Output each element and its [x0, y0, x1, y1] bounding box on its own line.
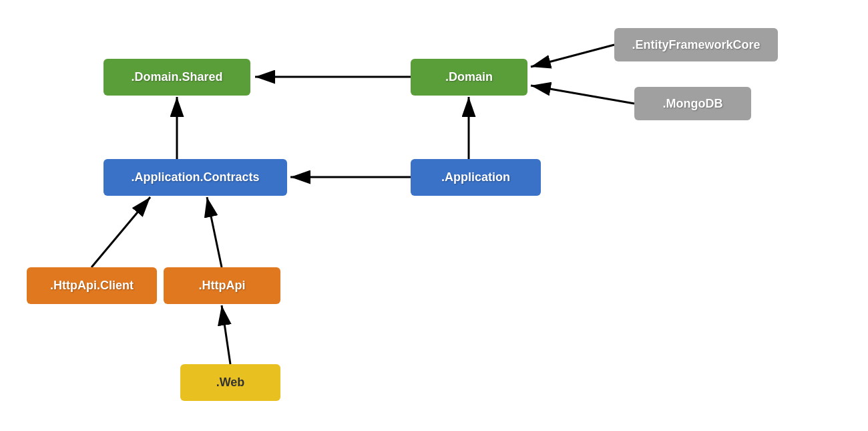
- svg-line-10: [222, 305, 230, 364]
- svg-line-8: [91, 197, 150, 267]
- node-entity-framework-core: .EntityFrameworkCore: [614, 28, 778, 61]
- node-httpapi: .HttpApi: [164, 267, 280, 304]
- svg-line-4: [531, 86, 634, 104]
- svg-line-9: [207, 197, 222, 267]
- node-httpapi-client: .HttpApi.Client: [27, 267, 157, 304]
- node-domain: .Domain: [411, 59, 527, 96]
- node-application: .Application: [411, 159, 541, 196]
- diagram-container: .Domain.Shared .Domain .EntityFrameworkC…: [0, 0, 868, 431]
- node-mongodb: .MongoDB: [634, 87, 751, 120]
- node-application-contracts: .Application.Contracts: [103, 159, 287, 196]
- node-web: .Web: [180, 364, 280, 401]
- svg-line-3: [531, 45, 614, 67]
- node-domain-shared: .Domain.Shared: [103, 59, 250, 96]
